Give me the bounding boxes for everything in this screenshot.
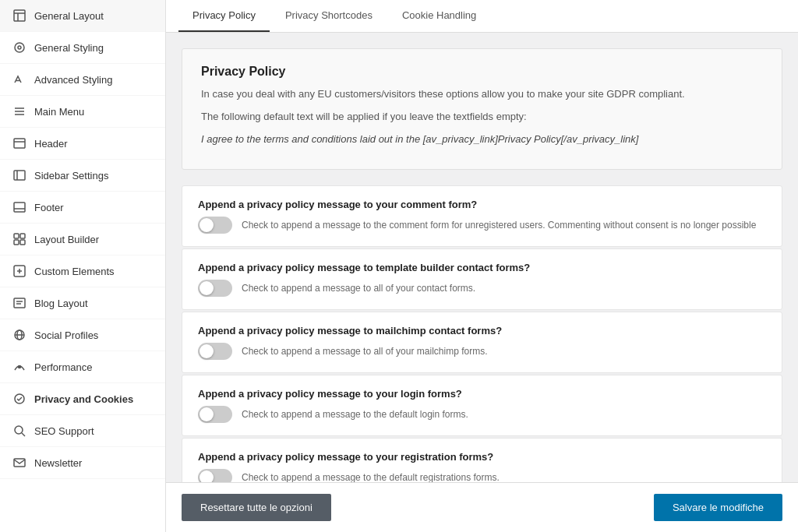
sidebar-label-layout-builder: Layout Builder xyxy=(34,234,99,245)
svg-point-29 xyxy=(15,426,23,434)
settings-container: Append a privacy policy message to your … xyxy=(182,185,782,482)
sidebar-item-general-layout[interactable]: General Layout xyxy=(0,0,165,32)
setting-mailchimp: Append a privacy policy message to mailc… xyxy=(182,312,782,373)
setting-comment-form: Append a privacy policy message to your … xyxy=(182,185,782,247)
setting-control-comment-form: Check to append a message to the comment… xyxy=(198,217,766,234)
policy-desc-2: The following default text will be appli… xyxy=(201,109,763,125)
policy-sample-text: I agree to the terms and conditions laid… xyxy=(201,132,763,148)
tabs-bar: Privacy PolicyPrivacy ShortcodesCookie H… xyxy=(166,0,798,33)
sidebar-label-main-menu: Main Menu xyxy=(34,106,84,118)
newsletter-icon xyxy=(12,456,26,470)
svg-rect-14 xyxy=(14,234,19,238)
setting-desc-registration-forms: Check to append a message to the default… xyxy=(242,471,500,482)
social-profiles-icon xyxy=(12,328,26,342)
sidebar-item-header[interactable]: Header xyxy=(0,128,165,160)
sidebar-label-blog-layout: Blog Layout xyxy=(34,298,88,309)
sidebar-label-general-layout: General Layout xyxy=(34,10,104,22)
toggle-registration-forms[interactable] xyxy=(198,469,232,482)
sidebar-settings-icon xyxy=(12,168,26,182)
svg-rect-10 xyxy=(14,171,25,180)
footer-icon xyxy=(12,200,26,214)
svg-point-27 xyxy=(19,366,21,368)
svg-rect-17 xyxy=(20,240,25,245)
setting-label-mailchimp: Append a privacy policy message to mailc… xyxy=(198,325,766,336)
sidebar-item-seo-support[interactable]: SEO Support xyxy=(0,415,165,447)
main-content: Privacy PolicyPrivacy ShortcodesCookie H… xyxy=(166,0,798,532)
sidebar-item-footer[interactable]: Footer xyxy=(0,192,165,224)
sidebar-item-layout-builder[interactable]: Layout Builder xyxy=(0,224,165,255)
toggle-mailchimp[interactable] xyxy=(198,343,232,360)
setting-control-mailchimp: Check to append a message to all of your… xyxy=(198,343,766,360)
svg-rect-8 xyxy=(14,139,25,148)
setting-desc-mailchimp: Check to append a message to all of your… xyxy=(242,345,487,358)
layout-builder-icon xyxy=(12,232,26,246)
custom-elements-icon xyxy=(12,264,26,278)
setting-registration-forms: Append a privacy policy message to your … xyxy=(182,438,782,482)
general-styling-icon xyxy=(12,41,26,55)
setting-control-registration-forms: Check to append a message to the default… xyxy=(198,469,766,482)
sidebar-item-newsletter[interactable]: Newsletter xyxy=(0,447,165,479)
toggle-template-builder[interactable] xyxy=(198,280,232,297)
svg-point-4 xyxy=(18,46,21,49)
sidebar-label-seo-support: SEO Support xyxy=(34,425,94,437)
sidebar-label-general-styling: General Styling xyxy=(34,42,104,54)
svg-rect-31 xyxy=(14,459,25,467)
setting-label-registration-forms: Append a privacy policy message to your … xyxy=(198,451,766,463)
sidebar-item-privacy-cookies[interactable]: Privacy and Cookies xyxy=(0,383,165,415)
sidebar-item-custom-elements[interactable]: Custom Elements xyxy=(0,255,165,287)
sidebar-item-social-profiles[interactable]: Social Profiles xyxy=(0,319,165,351)
policy-info-box: Privacy Policy In case you deal with any… xyxy=(182,48,782,170)
setting-desc-template-builder: Check to append a message to all of your… xyxy=(242,282,475,295)
svg-rect-12 xyxy=(14,203,25,212)
toggle-login-forms[interactable] xyxy=(198,406,232,423)
sidebar-item-sidebar-settings[interactable]: Sidebar Settings xyxy=(0,160,165,192)
general-layout-icon xyxy=(12,9,26,23)
content-area: Privacy Policy In case you deal with any… xyxy=(166,33,798,482)
svg-rect-0 xyxy=(14,10,25,21)
toggle-comment-form[interactable] xyxy=(198,217,232,234)
sidebar-label-custom-elements: Custom Elements xyxy=(34,266,115,277)
tab-cookie-handling[interactable]: Cookie Handling xyxy=(388,0,490,32)
main-menu-icon xyxy=(12,104,26,118)
blog-layout-icon xyxy=(12,296,26,310)
sidebar-label-social-profiles: Social Profiles xyxy=(34,329,98,341)
setting-template-builder: Append a privacy policy message to templ… xyxy=(182,248,782,310)
save-button[interactable]: Salvare le modifiche xyxy=(654,494,782,521)
seo-support-icon xyxy=(12,424,26,438)
sidebar-label-performance: Performance xyxy=(34,361,92,373)
svg-rect-16 xyxy=(14,240,19,245)
header-icon xyxy=(12,136,26,150)
privacy-cookies-icon xyxy=(12,392,26,406)
setting-control-login-forms: Check to append a message to the default… xyxy=(198,406,766,423)
sidebar-item-performance[interactable]: Performance xyxy=(0,351,165,383)
sidebar-label-footer: Footer xyxy=(34,202,64,213)
sidebar-item-blog-layout[interactable]: Blog Layout xyxy=(0,287,165,319)
sidebar-label-newsletter: Newsletter xyxy=(34,457,82,469)
sidebar-label-privacy-cookies: Privacy and Cookies xyxy=(34,393,133,405)
svg-line-30 xyxy=(22,433,25,436)
sidebar-item-general-styling[interactable]: General Styling xyxy=(0,32,165,64)
tab-privacy-policy[interactable]: Privacy Policy xyxy=(178,0,270,32)
sidebar-label-header: Header xyxy=(34,138,68,150)
setting-label-login-forms: Append a privacy policy message to your … xyxy=(198,388,766,400)
sidebar-label-advanced-styling: Advanced Styling xyxy=(34,74,112,86)
svg-rect-21 xyxy=(14,298,25,308)
setting-label-comment-form: Append a privacy policy message to your … xyxy=(198,199,766,210)
advanced-styling-icon xyxy=(12,72,26,86)
setting-desc-login-forms: Check to append a message to the default… xyxy=(242,408,468,421)
reset-button[interactable]: Resettare tutte le opzioni xyxy=(182,494,331,521)
performance-icon xyxy=(12,360,26,374)
svg-rect-15 xyxy=(20,234,25,238)
sidebar-item-main-menu[interactable]: Main Menu xyxy=(0,96,165,128)
svg-point-3 xyxy=(15,43,24,52)
sidebar-label-sidebar-settings: Sidebar Settings xyxy=(34,170,108,181)
tab-privacy-shortcodes[interactable]: Privacy Shortcodes xyxy=(271,0,387,32)
policy-desc-1: In case you deal with any EU customers/v… xyxy=(201,86,763,103)
footer-bar: Resettare tutte le opzioni Salvare le mo… xyxy=(166,482,798,532)
setting-control-template-builder: Check to append a message to all of your… xyxy=(198,280,766,297)
sidebar: General Layout General Styling Advanced … xyxy=(0,0,166,532)
setting-login-forms: Append a privacy policy message to your … xyxy=(182,375,782,436)
sidebar-item-advanced-styling[interactable]: Advanced Styling xyxy=(0,64,165,96)
setting-label-template-builder: Append a privacy policy message to templ… xyxy=(198,262,766,273)
policy-title: Privacy Policy xyxy=(201,65,763,79)
